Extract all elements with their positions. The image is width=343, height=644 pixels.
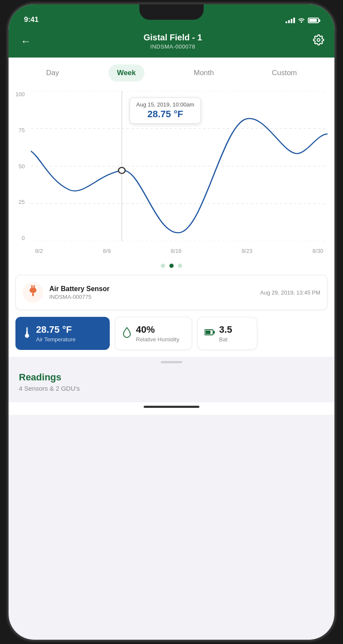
home-indicator [144, 406, 199, 408]
chart-curve [31, 118, 328, 233]
svg-rect-9 [30, 288, 36, 293]
signal-bar-4 [293, 18, 295, 23]
svg-rect-10 [32, 293, 34, 296]
tab-month[interactable]: Month [185, 64, 223, 82]
tooltip-value: 28.75 °F [136, 109, 194, 120]
home-indicator-area [9, 402, 334, 415]
phone-frame: 9:41 ← [9, 4, 334, 640]
signal-bar-2 [288, 20, 290, 23]
metric-temperature[interactable]: 28.75 °F Air Temperature [15, 317, 110, 350]
chart-x-labels: 8/2 8/9 8/16 8/23 8/30 [31, 248, 328, 254]
metrics-row: 28.75 °F Air Temperature 40% Relative Hu… [9, 317, 334, 357]
svg-rect-7 [31, 285, 33, 288]
readings-title: Readings [19, 372, 324, 383]
temperature-data: 28.75 °F Air Temperature [36, 324, 75, 343]
chart-selected-dot [118, 167, 125, 173]
page-dots [9, 258, 334, 275]
screen: 9:41 ← [9, 4, 334, 640]
sensor-plug-icon [28, 285, 38, 300]
sensor-icon-wrap [23, 282, 43, 303]
y-label-75: 75 [18, 127, 24, 134]
status-time: 9:41 [24, 15, 39, 24]
y-label-25: 25 [18, 199, 24, 205]
chart-y-labels: 100 75 50 25 0 [15, 91, 28, 241]
x-label-89: 8/9 [103, 248, 111, 254]
y-label-100: 100 [15, 91, 25, 97]
svg-rect-8 [33, 285, 35, 288]
wifi-icon [298, 17, 305, 24]
metric-battery[interactable]: 3.5 Bat [197, 317, 257, 350]
humidity-icon [122, 327, 132, 340]
y-label-0: 0 [21, 235, 24, 241]
tooltip-date: Aug 15, 2019, 10:00am [136, 101, 194, 108]
thermometer-icon [22, 326, 32, 341]
signal-bar-1 [286, 21, 287, 23]
svg-point-0 [317, 39, 320, 42]
sensor-id: INDSMA-000775 [49, 294, 254, 300]
y-label-50: 50 [18, 163, 24, 170]
notch [139, 4, 204, 20]
back-button[interactable]: ← [19, 33, 33, 49]
readings-section: Readings 4 Sensors & 2 GDU's [9, 363, 334, 402]
humidity-value: 40% [136, 324, 179, 335]
main-content: Day Week Month Custom 100 75 50 25 0 [9, 58, 334, 357]
signal-bar-3 [291, 19, 292, 23]
x-label-830: 8/30 [313, 248, 323, 254]
sensor-info: Air Battery Sensor INDSMA-000775 [49, 285, 254, 300]
x-label-823: 8/23 [241, 248, 252, 254]
metric-humidity[interactable]: 40% Relative Humidity [115, 317, 192, 350]
tab-day[interactable]: Day [37, 64, 67, 82]
status-icons [286, 17, 319, 24]
svg-rect-16 [214, 331, 215, 334]
humidity-data: 40% Relative Humidity [136, 324, 179, 343]
tabs-container: Day Week Month Custom [9, 58, 334, 87]
battery-data: 3.5 Bat [219, 324, 232, 343]
header: ← Gistal Field - 1 INDSMA-000078 [9, 27, 334, 58]
page-dot-3[interactable] [178, 264, 182, 268]
sensor-card[interactable]: Air Battery Sensor INDSMA-000775 Aug 29,… [15, 275, 328, 310]
header-title-area: Gistal Field - 1 INDSMA-000078 [144, 33, 202, 50]
battery-metric-icon [205, 329, 215, 338]
x-label-816: 8/16 [171, 248, 181, 254]
tab-week[interactable]: Week [108, 64, 144, 82]
temperature-label: Air Temperature [36, 336, 75, 343]
x-label-82: 8/2 [35, 248, 43, 254]
battery-icon [308, 18, 319, 23]
signal-bars [286, 18, 295, 23]
settings-button[interactable] [313, 34, 324, 48]
sensor-name: Air Battery Sensor [49, 285, 254, 293]
readings-subtitle: 4 Sensors & 2 GDU's [19, 385, 324, 392]
tab-custom[interactable]: Custom [263, 64, 306, 82]
battery-label: Bat [219, 336, 232, 343]
page-dot-1[interactable] [161, 264, 165, 268]
bottom-sheet: Readings 4 Sensors & 2 GDU's [9, 361, 334, 402]
svg-rect-13 [26, 331, 28, 336]
temperature-value: 28.75 °F [36, 324, 75, 335]
chart-container: 100 75 50 25 0 [9, 87, 334, 258]
svg-rect-15 [205, 331, 211, 334]
status-bar: 9:41 [9, 4, 334, 27]
header-subtitle: INDSMA-000078 [144, 43, 202, 50]
page-dot-2[interactable] [169, 264, 174, 268]
sensor-time: Aug 29, 2019, 13:45 PM [260, 289, 320, 296]
chart-wrapper: 100 75 50 25 0 [15, 91, 328, 254]
battery-fill [309, 19, 317, 22]
battery-value: 3.5 [219, 324, 232, 335]
header-title: Gistal Field - 1 [144, 33, 202, 43]
chart-tooltip: Aug 15, 2019, 10:00am 28.75 °F [130, 97, 201, 124]
humidity-label: Relative Humidity [136, 336, 179, 343]
